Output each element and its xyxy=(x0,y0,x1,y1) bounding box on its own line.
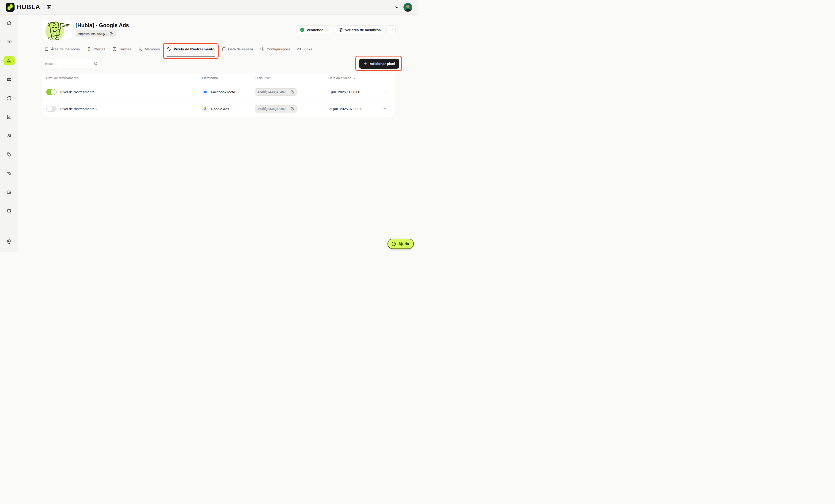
column-header-created: Data da criação xyxy=(328,76,351,80)
view-members-area-button[interactable]: Ver área de membros xyxy=(335,25,384,34)
row-menu-ellipsis-icon[interactable] xyxy=(381,105,388,112)
topbar-right xyxy=(394,3,412,12)
platform-name: Facebook Meta xyxy=(211,90,235,94)
column-header-pixel-id: ID do Pixel xyxy=(255,76,328,80)
topbar: HUBLA xyxy=(0,0,418,15)
pixel-id-value: 464hfgk438g424n2... xyxy=(258,107,288,111)
members-area-icon xyxy=(44,47,49,51)
sidebar-item-ticket-icon[interactable] xyxy=(3,75,15,84)
google-ads-icon xyxy=(202,106,208,112)
add-pixel-annotation: Adicionar pixel xyxy=(359,59,399,69)
platform-name: Google Ads xyxy=(211,107,229,111)
help-label: Ajuda xyxy=(398,242,409,246)
pixel-enabled-toggle[interactable] xyxy=(46,89,57,95)
sidebar-item-settings-gear-icon[interactable] xyxy=(3,237,15,246)
tab-lista-de-espera[interactable]: Lista de espera xyxy=(222,42,253,56)
cursor-click-icon xyxy=(167,47,171,51)
sidebar-item-banknote-icon[interactable] xyxy=(3,37,15,47)
copy-icon[interactable] xyxy=(110,32,113,36)
svg-text:$: $ xyxy=(88,48,89,50)
view-members-area-label: Ver área de membros xyxy=(345,28,381,32)
pixel-name: Pixel de rastreamento 2 xyxy=(60,107,97,111)
pixel-id-value: 464hfgk438g424n2... xyxy=(258,90,288,94)
pixels-table: Pixel de rastreamento Plataforma ID do P… xyxy=(42,73,394,117)
column-header-pixel: Pixel de rastreamento xyxy=(46,76,202,80)
offers-receipt-icon: $ xyxy=(87,47,91,51)
tab-label: Pixels de Rastreamento xyxy=(174,47,215,51)
tab-membros[interactable]: Membros xyxy=(138,42,160,56)
row-menu-ellipsis-icon[interactable] xyxy=(381,88,388,96)
sidebar-item-products-shapes-icon[interactable] xyxy=(3,56,15,65)
add-pixel-button[interactable]: Adicionar pixel xyxy=(359,59,399,69)
clipboard-icon xyxy=(222,47,226,51)
user-avatar[interactable] xyxy=(403,3,412,12)
sidebar-item-wallet-icon[interactable] xyxy=(3,187,15,197)
sidebar-item-members-users-icon[interactable] xyxy=(3,131,15,141)
sidebar-item-refund-undo-icon[interactable] xyxy=(3,169,15,178)
add-pixel-label: Adicionar pixel xyxy=(370,62,395,66)
status-vendendo-button[interactable]: Vendendo xyxy=(296,25,333,34)
copy-icon[interactable] xyxy=(290,90,294,94)
sidebar-collapse-icon[interactable] xyxy=(46,5,52,10)
column-header-platform: Plataforma xyxy=(202,76,255,80)
created-date: 25 jun. 2025 07:00:00 xyxy=(328,107,379,111)
pixel-enabled-toggle[interactable] xyxy=(46,106,57,112)
tab-label: Ofertas xyxy=(93,47,105,51)
meta-icon: ∞ xyxy=(202,89,208,95)
more-options-button[interactable] xyxy=(386,25,396,34)
search-input[interactable] xyxy=(42,59,101,68)
sidebar-item-integrations-puzzle-icon[interactable] xyxy=(3,206,15,215)
search xyxy=(42,59,101,68)
active-tab-underline xyxy=(166,56,215,57)
view-eye-icon xyxy=(339,28,343,32)
table-row: Pixel de rastreamento ∞ Facebook Meta 46… xyxy=(42,83,394,101)
tab-label: Configurações xyxy=(267,47,290,51)
sidebar-item-analytics-chart-icon[interactable] xyxy=(3,112,15,122)
tab-ofertas[interactable]: $ Ofertas xyxy=(87,42,105,56)
ellipsis-icon xyxy=(389,28,393,32)
plus-icon xyxy=(363,62,367,66)
chevron-down-icon xyxy=(326,28,329,31)
tab-label: Membros xyxy=(145,47,160,51)
tab-area-de-membros[interactable]: Área de membros xyxy=(44,42,80,56)
sidebar xyxy=(0,15,18,252)
tab-turmas[interactable]: Turmas xyxy=(113,42,131,56)
page-title: [Hubla] - Google Ads xyxy=(76,22,129,28)
question-circle-icon xyxy=(391,241,396,246)
product-avatar-image: HUBLA xyxy=(41,20,72,40)
pixel-id-chip[interactable]: 464hfgk438g424n2... xyxy=(255,105,297,112)
tab-label: Links xyxy=(304,47,312,51)
pixel-id-chip[interactable]: 464hfgk438g424n2... xyxy=(255,88,297,96)
tab-links[interactable]: Links xyxy=(297,42,312,56)
table-row: Pixel de rastreamento 2 Google Ads 464hf… xyxy=(42,101,394,117)
tab-configuracoes[interactable]: Configurações xyxy=(260,42,290,56)
table-header-row: Pixel de rastreamento Plataforma ID do P… xyxy=(42,73,394,83)
status-label: Vendendo xyxy=(307,28,324,32)
product-url-chip[interactable]: https://hubla.dev/g/... xyxy=(76,30,116,37)
tab-label: Área de membros xyxy=(51,47,80,51)
help-button[interactable]: Ajuda xyxy=(387,239,414,249)
user-square-icon xyxy=(113,47,117,51)
pixel-name: Pixel de rastreamento xyxy=(60,90,95,94)
product-url: https://hubla.dev/g/... xyxy=(78,32,108,36)
copy-icon[interactable] xyxy=(290,107,294,111)
tab-pixels-de-rastreamento[interactable]: Pixels de Rastreamento xyxy=(167,42,215,56)
tab-label: Turmas xyxy=(119,47,131,51)
link-icon xyxy=(297,47,301,51)
hubla-logo-icon xyxy=(6,3,15,12)
user-icon xyxy=(138,47,143,51)
tab-bar: Área de membros $ Ofertas Turmas Membros… xyxy=(19,42,418,56)
sidebar-item-recurrence-refresh-icon[interactable] xyxy=(3,93,15,103)
gear-icon xyxy=(260,47,265,51)
check-circle-icon xyxy=(300,27,305,33)
brand: HUBLA xyxy=(6,3,40,12)
main-content: HUBLA [Hubla] - Google Ads https://hubla… xyxy=(19,15,418,252)
brand-name: HUBLA xyxy=(17,3,40,11)
account-chevron-down-icon[interactable] xyxy=(394,5,399,9)
sort-chevron-down-icon[interactable] xyxy=(353,77,357,80)
header-actions: Vendendo Ver área de membros xyxy=(296,25,396,34)
tab-label: Lista de espera xyxy=(228,47,253,51)
created-date: 5 jun. 2025 11:00:00 xyxy=(328,90,379,94)
sidebar-item-home-icon[interactable] xyxy=(3,19,15,28)
sidebar-item-tag-icon[interactable] xyxy=(3,150,15,159)
